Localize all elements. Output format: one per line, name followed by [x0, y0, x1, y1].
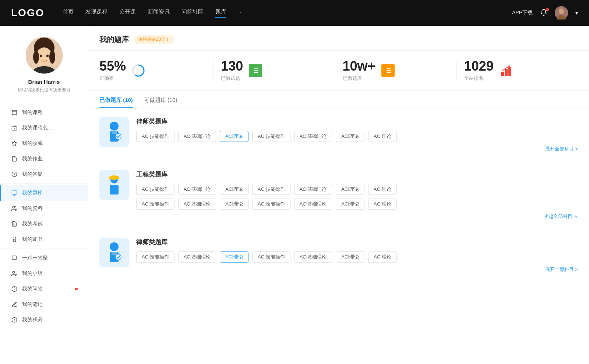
svg-point-21: [13, 206, 14, 208]
sidebar-item-course-package[interactable]: 我的课程包...: [0, 120, 88, 136]
sidebar-item-one-on-one[interactable]: 一对一答疑: [0, 250, 88, 266]
sidebar-label-certificate: 我的证书: [22, 236, 43, 243]
expand-link-bank3[interactable]: 展开全部科目 >: [136, 266, 578, 273]
sidebar-item-material[interactable]: 我的资料: [0, 201, 88, 216]
menu-divider-2: [0, 249, 88, 249]
sidebar-item-homework[interactable]: 我的作业: [0, 151, 88, 167]
stat-accuracy-value: 55%: [99, 60, 126, 73]
tag-bank2-5[interactable]: ACI理论: [336, 184, 364, 195]
tag-bank2-r2-1[interactable]: ACI基础理论: [178, 199, 216, 210]
sidebar-item-answers[interactable]: 我的问答: [0, 281, 88, 297]
banks-container: 律师类题库 ACI技能操作 ACI基础理论 ACI理论 ACI技能操作 ACI基…: [88, 108, 589, 282]
nav-discover[interactable]: 发现课程: [85, 8, 107, 18]
bank-name-3: 律师类题库: [136, 238, 578, 246]
bank-body-1: 律师类题库 ACI技能操作 ACI基础理论 ACI理论 ACI技能操作 ACI基…: [136, 117, 578, 152]
tag-bank3-5[interactable]: ACI理论: [336, 251, 364, 263]
tag-bank1-0[interactable]: ACI技能操作: [136, 131, 174, 142]
tag-bank3-4[interactable]: ACI基础理论: [294, 251, 332, 263]
svg-point-11: [46, 55, 49, 57]
tag-bank3-0[interactable]: ACI技能操作: [136, 251, 174, 263]
done-banks-icon: [381, 63, 395, 78]
tag-bank2-1[interactable]: ACI基础理论: [178, 184, 216, 195]
sidebar-item-my-course[interactable]: 我的课程: [0, 105, 88, 120]
tags-row-bank2-row1: ACI技能操作 ACI基础理论 ACI理论 ACI技能操作 ACI基础理论 AC…: [136, 184, 578, 195]
sidebar-item-points[interactable]: 我的积分: [0, 312, 88, 328]
tag-bank3-3[interactable]: ACI技能操作: [252, 251, 290, 263]
sidebar-item-question-bank[interactable]: 我的题库: [0, 185, 88, 201]
stat-done-banks-value: 10w+: [343, 60, 375, 73]
homework-icon: [11, 156, 18, 162]
tag-bank2-6[interactable]: ACI理论: [368, 184, 397, 195]
sidebar-item-certificate[interactable]: 我的证书: [0, 232, 88, 247]
svg-point-55: [110, 242, 119, 251]
tabs-row: 已做题库 (10) 可做题库 (10): [88, 91, 589, 108]
tag-bank2-r2-6[interactable]: ACI理论: [368, 199, 397, 210]
qa-circle-icon: [11, 171, 18, 178]
svg-point-9: [49, 50, 55, 64]
tag-bank2-0[interactable]: ACI技能操作: [136, 184, 174, 195]
tag-bank3-6[interactable]: ACI理论: [368, 251, 397, 263]
bank-section-lawyer-1: 律师类题库 ACI技能操作 ACI基础理论 ACI理论 ACI技能操作 ACI基…: [99, 108, 578, 161]
star-icon: [11, 140, 18, 147]
tag-bank2-2[interactable]: ACI理论: [220, 184, 248, 195]
user-avatar[interactable]: [555, 6, 568, 19]
nav-links: 首页 发现课程 公开课 新闻资讯 问答社区 题库 ···: [63, 8, 497, 18]
tags-row-bank3: ACI技能操作 ACI基础理论 ACI理论 ACI技能操作 ACI基础理论 AC…: [136, 251, 578, 263]
tag-bank1-4[interactable]: ACI基础理论: [294, 131, 332, 142]
stat-done-questions-label: 已做试题: [221, 75, 243, 82]
sidebar-item-exam[interactable]: 我的考试: [0, 216, 88, 232]
stat-accuracy-label: 正确率: [99, 75, 126, 82]
sidebar-menu: 我的课程 我的课程包... 我的收藏 我的作业: [0, 101, 88, 331]
svg-rect-12: [12, 110, 17, 115]
nav-more[interactable]: ···: [238, 8, 243, 18]
tag-bank2-r2-2[interactable]: ACI理论: [220, 199, 248, 210]
bank-body-3: 律师类题库 ACI技能操作 ACI基础理论 ACI理论 ACI技能操作 ACI基…: [136, 238, 578, 273]
tag-bank1-3[interactable]: ACI技能操作: [252, 131, 290, 142]
sidebar-item-my-qa[interactable]: 我的答疑: [0, 167, 88, 182]
nav-open-course[interactable]: 公开课: [119, 8, 136, 18]
tag-bank1-6[interactable]: ACI理论: [368, 131, 397, 142]
page-title: 我的题库: [99, 35, 129, 44]
sidebar-item-favorites[interactable]: 我的收藏: [0, 136, 88, 151]
tag-bank3-1[interactable]: ACI基础理论: [178, 251, 216, 263]
expand-link-bank1[interactable]: 展开全部科目 >: [136, 146, 578, 152]
tab-available-banks[interactable]: 可做题库 (10): [144, 91, 177, 108]
tag-bank2-3[interactable]: ACI技能操作: [252, 184, 290, 195]
svg-point-46: [508, 65, 510, 67]
tag-bank1-1[interactable]: ACI基础理论: [178, 131, 216, 142]
tag-bank1-2[interactable]: ACI理论: [220, 131, 248, 142]
svg-point-24: [13, 237, 16, 240]
sidebar-label-one-on-one: 一对一答疑: [22, 255, 48, 261]
svg-rect-18: [12, 191, 17, 194]
nav-qa[interactable]: 问答社区: [181, 8, 204, 18]
sidebar-label-answers: 我的问答: [22, 286, 43, 292]
sidebar-label-points: 我的积分: [22, 317, 43, 323]
bank-name-2: 工程类题库: [136, 170, 578, 179]
svg-rect-43: [501, 72, 504, 76]
bank-icon-lawyer-1: [99, 117, 129, 147]
tag-bank2-4[interactable]: ACI基础理论: [294, 184, 332, 195]
sidebar-item-notes[interactable]: 我的笔记: [0, 297, 88, 312]
nav-question-bank[interactable]: 题库: [215, 8, 226, 18]
tags-row-bank1: ACI技能操作 ACI基础理论 ACI理论 ACI技能操作 ACI基础理论 AC…: [136, 131, 578, 142]
tag-bank1-5[interactable]: ACI理论: [336, 131, 364, 142]
tag-bank2-r2-3[interactable]: ACI技能操作: [252, 199, 290, 210]
nav-right: APP下载 ▾: [512, 6, 578, 19]
nav-news[interactable]: 新闻资讯: [148, 8, 170, 18]
stat-rank-label: 全站排名: [464, 75, 494, 82]
tag-bank3-2[interactable]: ACI理论: [220, 251, 248, 263]
page-layout: Brian Harris 错误的决定比没有决定要好 我的课程 我的课程包...: [0, 26, 589, 364]
svg-point-49: [115, 133, 121, 139]
sidebar-item-group[interactable]: 我的小组: [0, 266, 88, 281]
tab-done-banks[interactable]: 已做题库 (10): [99, 91, 133, 108]
app-download-button[interactable]: APP下载: [512, 10, 533, 16]
notification-bell[interactable]: [540, 9, 547, 17]
sidebar-label-exam: 我的考试: [22, 221, 43, 227]
tag-bank2-r2-4[interactable]: ACI基础理论: [294, 199, 332, 210]
collapse-link-bank2[interactable]: 收起全部科目 ∧: [136, 213, 578, 220]
tag-bank2-r2-0[interactable]: ACI技能操作: [136, 199, 174, 210]
user-dropdown-arrow[interactable]: ▾: [575, 10, 578, 16]
rank-icon: [499, 63, 514, 78]
tag-bank2-r2-5[interactable]: ACI理论: [336, 199, 364, 210]
nav-home[interactable]: 首页: [63, 8, 74, 18]
